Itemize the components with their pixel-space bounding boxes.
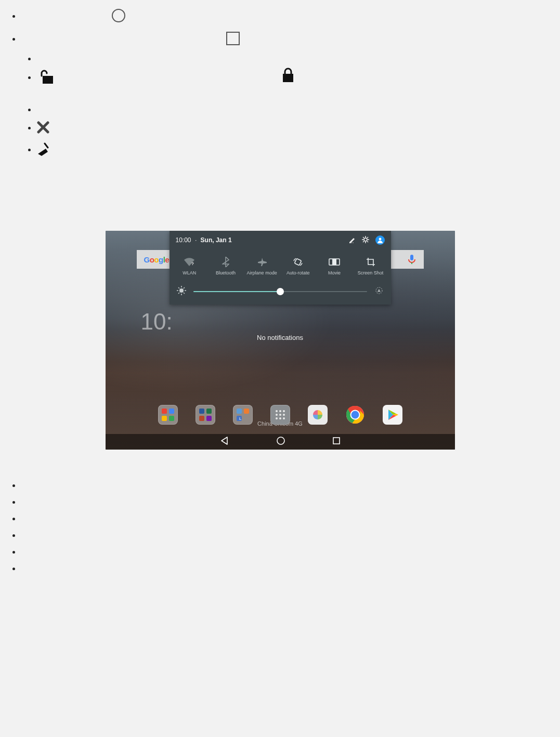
tile-wlan[interactable]: ? WLAN bbox=[174, 257, 205, 275]
svg-marker-67 bbox=[222, 437, 227, 444]
airplane-mode-icon bbox=[246, 257, 278, 267]
app-drawer-icon[interactable] bbox=[270, 405, 290, 425]
quick-settings-shade: 10:00 · Sun, Jan 1 ? WLAN bbox=[170, 231, 391, 305]
user-avatar-icon[interactable] bbox=[375, 235, 385, 245]
android-navbar bbox=[106, 434, 455, 450]
close-icon bbox=[36, 127, 50, 136]
svg-rect-1 bbox=[227, 32, 239, 45]
office-folder-icon[interactable] bbox=[196, 405, 215, 425]
blank-bullet bbox=[21, 481, 560, 490]
google-folder-icon[interactable] bbox=[158, 405, 178, 425]
movie-icon bbox=[319, 257, 350, 267]
svg-line-18 bbox=[363, 237, 364, 238]
svg-rect-24 bbox=[295, 258, 302, 265]
svg-rect-26 bbox=[332, 259, 336, 265]
svg-rect-3 bbox=[283, 74, 293, 82]
tile-bluetooth[interactable]: Bluetooth bbox=[210, 257, 241, 275]
no-notifications-label: No notifications bbox=[106, 334, 455, 341]
svg-rect-44 bbox=[199, 416, 204, 421]
tile-label: Auto-rotate bbox=[282, 270, 314, 275]
svg-rect-8 bbox=[410, 255, 413, 260]
tile-label: Movie bbox=[319, 270, 350, 275]
blank-bullet bbox=[21, 547, 560, 557]
svg-line-35 bbox=[178, 293, 179, 294]
tile-airplane[interactable]: Airplane mode bbox=[246, 257, 278, 275]
svg-point-57 bbox=[279, 417, 281, 419]
google-logo: Google bbox=[144, 255, 170, 264]
tile-movie[interactable]: Movie bbox=[319, 257, 350, 275]
svg-point-50 bbox=[276, 410, 278, 412]
bluetooth-icon bbox=[210, 257, 241, 267]
app-dock: L bbox=[106, 405, 455, 425]
nav-home-icon[interactable] bbox=[276, 436, 285, 448]
svg-point-11 bbox=[351, 242, 351, 243]
svg-rect-2 bbox=[43, 76, 53, 84]
svg-point-54 bbox=[279, 414, 281, 416]
svg-point-10 bbox=[349, 242, 350, 243]
svg-line-21 bbox=[363, 241, 364, 242]
svg-point-58 bbox=[283, 417, 285, 419]
play-store-icon[interactable] bbox=[383, 405, 402, 425]
svg-line-32 bbox=[178, 287, 179, 288]
square-outline-icon bbox=[226, 38, 240, 47]
blank-bullet bbox=[21, 564, 560, 573]
blank-bullet bbox=[36, 105, 38, 114]
blank-bullet bbox=[21, 497, 560, 507]
nav-back-icon[interactable] bbox=[220, 436, 229, 448]
svg-point-68 bbox=[277, 437, 284, 444]
svg-rect-41 bbox=[169, 416, 174, 421]
svg-marker-7 bbox=[38, 149, 48, 156]
shade-datetime: 10:00 · Sun, Jan 1 bbox=[176, 236, 232, 244]
screenshot-crop-icon bbox=[355, 257, 386, 267]
circle-outline-icon bbox=[111, 16, 126, 24]
svg-point-0 bbox=[112, 9, 125, 22]
brightness-thumb[interactable] bbox=[277, 288, 284, 295]
lenovo-folder-icon[interactable]: L bbox=[233, 405, 253, 425]
svg-text:?: ? bbox=[191, 261, 194, 266]
svg-rect-47 bbox=[244, 409, 249, 414]
voice-search-icon[interactable] bbox=[407, 254, 416, 267]
svg-point-51 bbox=[279, 410, 281, 412]
svg-point-12 bbox=[353, 242, 353, 243]
svg-rect-40 bbox=[162, 416, 167, 421]
unlock-icon bbox=[37, 77, 54, 86]
svg-rect-38 bbox=[162, 409, 167, 414]
edit-tiles-icon[interactable] bbox=[348, 236, 356, 245]
blank-bullet bbox=[21, 531, 560, 540]
svg-point-53 bbox=[276, 414, 278, 416]
blank-bullet bbox=[36, 54, 38, 63]
sweep-icon bbox=[36, 149, 50, 157]
svg-point-52 bbox=[283, 410, 285, 412]
chrome-app-icon[interactable] bbox=[345, 405, 365, 425]
svg-point-56 bbox=[276, 417, 278, 419]
svg-text:A: A bbox=[377, 288, 381, 293]
blank-bullet bbox=[21, 514, 560, 523]
nav-recents-icon[interactable] bbox=[332, 437, 341, 447]
svg-point-27 bbox=[179, 288, 184, 293]
svg-rect-39 bbox=[169, 409, 174, 414]
tile-label: Screen Shot bbox=[355, 270, 386, 275]
svg-rect-45 bbox=[206, 416, 212, 421]
brightness-low-icon bbox=[177, 286, 186, 297]
svg-rect-43 bbox=[206, 409, 212, 414]
svg-line-34 bbox=[184, 287, 185, 288]
settings-gear-icon[interactable] bbox=[362, 236, 369, 245]
gallery-app-icon[interactable] bbox=[308, 405, 328, 425]
svg-rect-46 bbox=[237, 409, 242, 414]
tile-label: Bluetooth bbox=[210, 270, 241, 275]
tile-label: WLAN bbox=[174, 270, 205, 275]
svg-line-19 bbox=[367, 241, 368, 242]
svg-point-13 bbox=[364, 238, 367, 241]
tile-screenshot[interactable]: Screen Shot bbox=[355, 257, 386, 275]
brightness-slider[interactable] bbox=[193, 291, 367, 292]
empty-bullet-list bbox=[0, 481, 560, 573]
wifi-unknown-icon: ? bbox=[174, 257, 205, 267]
svg-rect-69 bbox=[333, 438, 340, 444]
auto-brightness-icon[interactable]: A bbox=[374, 286, 384, 297]
shade-time: 10:00 bbox=[176, 236, 191, 244]
svg-line-20 bbox=[367, 237, 368, 238]
lock-icon bbox=[281, 68, 295, 85]
shade-date: Sun, Jan 1 bbox=[201, 236, 232, 244]
tile-autorotate[interactable]: Auto-rotate bbox=[282, 257, 314, 275]
svg-text:L: L bbox=[239, 416, 242, 421]
